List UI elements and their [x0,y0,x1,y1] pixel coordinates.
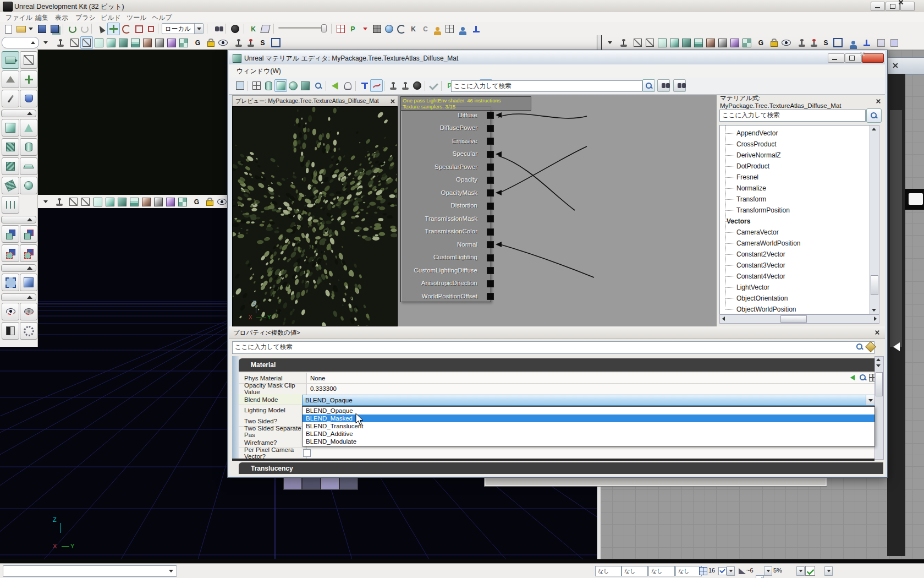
show-flags-eye-icon[interactable] [217,36,229,49]
maximize-viewport-icon[interactable] [270,36,282,49]
sentinel-button[interactable] [431,23,444,35]
blend-mode-dropdown-list[interactable]: BLEND_Opaque BLEND_Masked BLEND_Transluc… [302,406,875,446]
layers-button[interactable] [443,23,456,35]
right-posebone-icon[interactable] [860,36,873,49]
preview-plane-button[interactable] [299,79,311,92]
save-all-button[interactable] [48,23,61,35]
home-node-button[interactable] [234,79,246,92]
csg-add-button[interactable] [2,225,19,243]
wire-viewmode-lightmapdensity-icon[interactable] [164,195,177,208]
background-window-close-icon[interactable] [892,62,899,69]
clean-unused2-button[interactable] [399,79,411,92]
actor-browser-button[interactable] [457,23,469,35]
properties-close-icon[interactable] [875,330,880,335]
toolbar-search-input[interactable]: ここに入力して検索 [451,80,642,92]
rotation-snap-dropdown[interactable] [764,566,772,576]
menu-window[interactable]: ウィンドウ(W) [237,67,281,76]
right-camera-joystick-red-icon[interactable] [807,36,820,49]
right-viewmode-detail-icon[interactable] [680,36,692,49]
rotation-snap-checkbox[interactable] [756,575,764,578]
wire-viewmode-wireframe-icon[interactable] [67,195,80,208]
viewmode-lit-icon[interactable] [105,36,117,49]
brush-spiral-stair-button[interactable] [2,177,19,194]
hide-selected-button[interactable] [20,303,37,320]
expression-item[interactable]: Fresnel [720,172,870,183]
dropdown-option-blend-masked[interactable]: BLEND_Masked [302,415,875,422]
menu-help[interactable]: ヘルプ [152,13,172,23]
expression-item[interactable]: CameraWorldPosition [720,238,870,249]
input-connector[interactable] [487,112,494,119]
status-none-field-2[interactable]: なし [622,566,648,576]
right-viewmode-brushwire-icon[interactable] [644,36,656,49]
grid-snap-dropdown[interactable] [727,566,735,576]
play-on-device-button[interactable] [395,23,408,35]
expression-item[interactable]: Constant2Vector [720,249,870,260]
terrain-mode-button[interactable] [2,70,19,88]
material-input-emissive[interactable]: Emissive [401,134,491,148]
material-input-opacity[interactable]: Opacity [401,173,491,187]
brush-cone-button[interactable] [20,119,37,137]
toggle-curves-button[interactable] [370,79,383,92]
brush-cylinder-button[interactable] [20,138,37,156]
camera-speed-slider-handle[interactable] [321,24,327,32]
brush-curved-stair-button[interactable] [2,138,19,156]
menu-file[interactable]: ファイル [6,13,32,23]
build-lighting-button[interactable]: P [346,23,359,35]
wire-game-view-button[interactable]: G [190,195,203,208]
viewmode-unlit-icon[interactable] [92,36,105,49]
material-editor-close-button[interactable] [862,53,884,63]
csg-subtract-button[interactable] [20,225,37,243]
material-input-specularpower[interactable]: SpecularPower [401,160,491,173]
main-minimize-button[interactable] [871,2,885,11]
cut-tool-button[interactable]: K [407,23,420,35]
right-actor-icon[interactable] [847,36,860,49]
menu-tools[interactable]: ツール [127,13,147,23]
scale-nonuniform-tool-button[interactable] [145,23,157,35]
content-browser-button[interactable] [229,23,241,35]
build-all-button[interactable] [371,23,383,35]
back-home-button[interactable] [328,79,341,92]
invert-selection-button[interactable] [2,322,19,340]
scale-tool-button[interactable] [133,23,145,35]
right-viewmode-unlit-icon[interactable] [656,36,668,49]
rotate-tool-button[interactable] [120,23,133,35]
material-editor-minimize-button[interactable] [828,53,845,63]
brushes-rollup-bar[interactable] [1,216,36,223]
wire-viewmode-brushwire-icon[interactable] [79,195,92,208]
chevron-down-icon[interactable] [866,395,875,405]
scroll-thumb[interactable] [876,372,883,396]
expression-item[interactable]: AppendVector [720,128,870,139]
hide-unconnected-button[interactable] [411,79,424,92]
material-input-transmissioncolor[interactable]: TransmissionColor [401,225,491,238]
expression-item[interactable]: TransformPosition [720,205,870,216]
menu-edit[interactable]: 編集 [35,13,48,23]
realtime-toggle-icon[interactable] [54,36,67,49]
camera-joystick-red-icon[interactable] [244,36,257,49]
expression-item[interactable]: DotProduct [720,161,870,172]
show-selected-only-button[interactable] [2,303,19,320]
status-none-field-1[interactable]: なし [595,566,622,576]
csg-intersect-button[interactable] [2,244,19,262]
right-viewmode-wireframe-icon[interactable] [631,36,644,49]
expression-item[interactable]: CameraVector [720,227,870,238]
expression-item[interactable]: Constant4Vector [720,271,870,282]
viewport-size-slider[interactable] [2,37,39,48]
right-viewmode-shadercomplexity-icon[interactable] [704,36,717,49]
expression-search-input[interactable]: ここに入力して検索 [719,110,866,122]
material-input-opacitymask[interactable]: OpacityMask [401,186,491,199]
input-connector[interactable] [487,241,494,248]
dropdown-option-blend-translucent[interactable]: BLEND_Translucent [302,422,875,430]
expression-item[interactable]: Constant3Vector [720,260,870,271]
redo-button[interactable] [78,23,91,35]
properties-scrollbar[interactable] [875,356,884,460]
right-viewmode-reflections-icon[interactable] [740,36,753,49]
right-viewport-options-dropdown[interactable] [605,36,615,49]
material-input-customlighting[interactable]: CustomLighting [401,251,491,264]
material-input-diffusepower[interactable]: DiffusePower [401,122,491,135]
save-button[interactable] [36,23,48,35]
input-connector[interactable] [487,254,494,261]
expression-item[interactable]: ObjectWorldPosition [720,304,870,314]
play-in-editor-button[interactable] [383,23,395,35]
csg-rollup-bar[interactable] [1,264,36,272]
viewmode-detail-icon[interactable] [117,36,129,49]
